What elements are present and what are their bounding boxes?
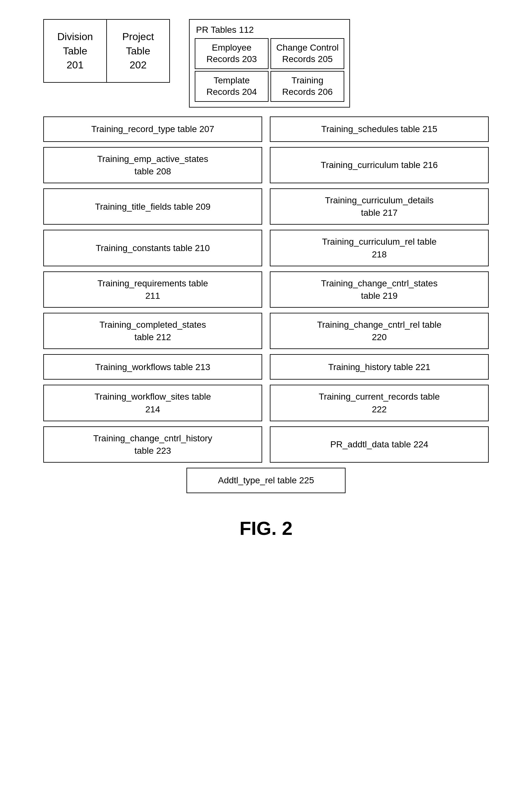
box-209: Training_title_fields table 209 <box>43 188 262 224</box>
box-214: Training_workflow_sites table 214 <box>43 385 262 421</box>
change-control-records-box: Change Control Records 205 <box>271 38 344 69</box>
label-225: Addtl_type_rel table 225 <box>218 475 314 485</box>
label-218: Training_curriculum_rel table 218 <box>322 235 436 260</box>
training-records-box: Training Records 206 <box>271 71 344 102</box>
box-223: Training_change_cntrl_history table 223 <box>43 426 262 463</box>
row-209-217: Training_title_fields table 209 Training… <box>43 188 489 224</box>
project-table-box: Project Table 202 <box>106 19 170 83</box>
box-217: Training_curriculum_details table 217 <box>270 188 489 224</box>
label-210: Training_constants table 210 <box>96 242 210 254</box>
label-222: Training_current_records table 222 <box>319 390 440 415</box>
label-207: Training_record_type table 207 <box>91 123 214 135</box>
row-208-216: Training_emp_active_states table 208 Tra… <box>43 147 489 183</box>
label-212: Training_completed_states table 212 <box>99 319 206 343</box>
label-220: Training_change_cntrl_rel table 220 <box>317 319 441 343</box>
box-213: Training_workflows table 213 <box>43 354 262 380</box>
division-table-label: Division Table 201 <box>57 30 93 72</box>
label-217: Training_curriculum_details table 217 <box>325 194 433 219</box>
training-records-label: Training Records 206 <box>282 75 333 98</box>
box-207: Training_record_type table 207 <box>43 116 262 142</box>
label-213: Training_workflows table 213 <box>95 361 210 373</box>
employee-records-label: Employee Records 203 <box>206 42 257 65</box>
pr-tables-grid: Employee Records 203 Change Control Reco… <box>195 38 344 102</box>
label-216: Training_curriculum table 216 <box>321 159 438 171</box>
bottom-row: Addtl_type_rel table 225 <box>43 468 489 493</box>
box-224: PR_addtl_data table 224 <box>270 426 489 463</box>
label-208: Training_emp_active_states table 208 <box>97 153 208 177</box>
top-section: Division Table 201 Project Table 202 PR … <box>43 19 489 107</box>
box-210: Training_constants table 210 <box>43 230 262 266</box>
pr-tables-outer: PR Tables 112 Employee Records 203 Chang… <box>189 19 350 107</box>
box-225: Addtl_type_rel table 225 <box>186 468 346 493</box>
box-218: Training_curriculum_rel table 218 <box>270 230 489 266</box>
row-214-222: Training_workflow_sites table 214 Traini… <box>43 385 489 421</box>
division-table-box: Division Table 201 <box>43 19 107 83</box>
box-219: Training_change_cntrl_states table 219 <box>270 272 489 308</box>
box-212: Training_completed_states table 212 <box>43 313 262 349</box>
row-207-215: Training_record_type table 207 Training_… <box>43 116 489 142</box>
box-222: Training_current_records table 222 <box>270 385 489 421</box>
label-224: PR_addtl_data table 224 <box>330 438 428 451</box>
label-223: Training_change_cntrl_history table 223 <box>93 432 212 457</box>
template-records-box: Template Records 204 <box>195 71 269 102</box>
label-211: Training_requirements table 211 <box>97 277 208 302</box>
label-209: Training_title_fields table 209 <box>95 201 210 213</box>
project-table-label: Project Table 202 <box>122 30 154 72</box>
box-208: Training_emp_active_states table 208 <box>43 147 262 183</box>
pr-tables-label: PR Tables 112 <box>195 25 344 35</box>
box-216: Training_curriculum table 216 <box>270 147 489 183</box>
box-215: Training_schedules table 215 <box>270 116 489 142</box>
template-records-label: Template Records 204 <box>206 75 257 98</box>
box-221: Training_history table 221 <box>270 354 489 380</box>
fig-label: FIG. 2 <box>240 517 293 539</box>
box-211: Training_requirements table 211 <box>43 272 262 308</box>
label-219: Training_change_cntrl_states table 219 <box>321 277 437 302</box>
page-container: Division Table 201 Project Table 202 PR … <box>43 19 489 539</box>
row-223-224: Training_change_cntrl_history table 223 … <box>43 426 489 463</box>
row-212-220: Training_completed_states table 212 Trai… <box>43 313 489 349</box>
label-215: Training_schedules table 215 <box>321 123 437 135</box>
two-col-section: Training_record_type table 207 Training_… <box>43 116 489 468</box>
employee-records-box: Employee Records 203 <box>195 38 269 69</box>
row-211-219: Training_requirements table 211 Training… <box>43 272 489 308</box>
change-control-records-label: Change Control Records 205 <box>276 42 339 65</box>
box-220: Training_change_cntrl_rel table 220 <box>270 313 489 349</box>
row-213-221: Training_workflows table 213 Training_hi… <box>43 354 489 380</box>
label-221: Training_history table 221 <box>328 361 430 373</box>
label-214: Training_workflow_sites table 214 <box>95 390 211 415</box>
row-210-218: Training_constants table 210 Training_cu… <box>43 230 489 266</box>
